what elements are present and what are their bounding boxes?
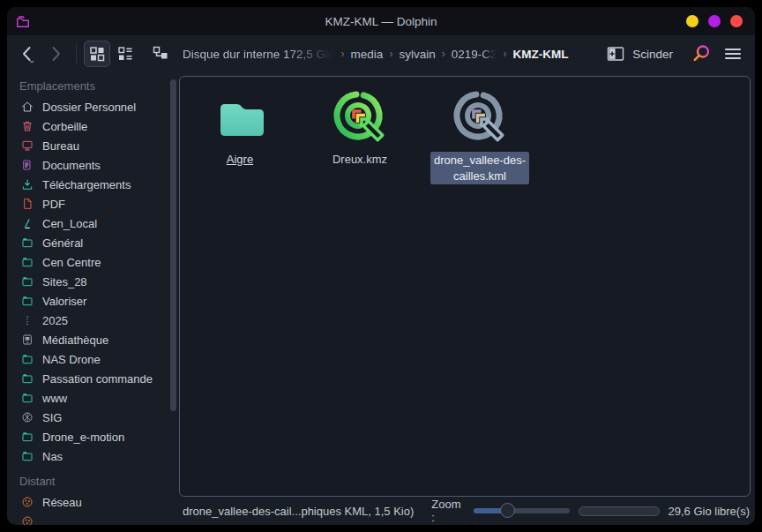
sidebar-item-g-n-ral[interactable]: Général (7, 233, 179, 252)
menu-button[interactable] (720, 41, 746, 67)
free-space-bar (579, 506, 659, 516)
sidebar-item-partial[interactable] (7, 512, 179, 525)
folder-icon (20, 449, 34, 463)
sidebar-item-label: www (42, 392, 67, 405)
sidebar-item-nas-drone[interactable]: NAS Drone (7, 349, 179, 369)
sidebar-item-label: NAS Drone (42, 353, 101, 366)
grid-view-icon (86, 43, 108, 64)
toolbar: Disque dur interne 172,5 Gio›media›sylva… (7, 35, 755, 72)
breadcrumb: Disque dur interne 172,5 Gio›media›sylva… (183, 48, 568, 61)
breadcrumb-separator: › (503, 48, 506, 60)
chevron-right-icon (44, 42, 67, 65)
globe-icon (20, 410, 34, 424)
details-view-button[interactable] (112, 41, 138, 67)
maximize-button[interactable] (708, 15, 721, 27)
sidebar-item-2025[interactable]: 2025 (7, 311, 179, 330)
breadcrumb-item[interactable]: sylvain (399, 48, 435, 61)
sidebar-item-label: Passation commande (42, 372, 153, 386)
download-icon (20, 177, 34, 191)
breadcrumb-item[interactable]: media (351, 48, 384, 61)
sidebar-item-label: Cen_Local (42, 217, 97, 230)
sidebar-item-label: Général (42, 236, 83, 250)
details-view-icon (115, 43, 136, 64)
breadcrumb-separator: › (341, 48, 345, 60)
zoom-slider-knob[interactable] (500, 503, 515, 518)
sidebar-scrollbar[interactable] (170, 79, 176, 411)
sidebar-item-label: Téléchargements (42, 178, 131, 191)
chevron-left-icon (16, 42, 39, 65)
folder-icon (20, 236, 34, 250)
folder-icon (212, 89, 268, 146)
breadcrumb-separator: › (389, 48, 392, 60)
titlebar: KMZ-KML — Dolphin (7, 7, 755, 35)
home-icon (20, 100, 34, 114)
sidebar-section-header: Emplacements (7, 76, 179, 97)
sidebar-item-drone-e-motion[interactable]: Drone_e-motion (7, 427, 179, 446)
network-icon (20, 514, 34, 525)
file-item-dreux-kmz[interactable]: Dreux.kmz (310, 89, 409, 168)
split-view-button[interactable]: Scinder (597, 41, 681, 67)
sidebar-item-bureau[interactable]: Bureau (7, 136, 179, 155)
kml-file-icon (452, 89, 508, 146)
file-label: Aigre (227, 152, 253, 168)
folder-icon (20, 274, 34, 288)
sidebar-item-label: Sites_28 (42, 275, 87, 288)
breadcrumb-item[interactable]: 0219-C3 (452, 48, 497, 61)
sidebar-item-cen-local[interactable]: Cen_Local (7, 214, 179, 233)
search-button[interactable] (688, 41, 714, 67)
sidebar-item-documents[interactable]: Documents (7, 155, 179, 175)
sidebar-item-m-diath-que[interactable]: Médiathèque (7, 330, 179, 349)
sidebar-item-dossier-personnel[interactable]: Dossier Personnel (7, 97, 179, 116)
file-label: Dreux.kmz (332, 152, 387, 168)
close-button[interactable] (730, 15, 743, 27)
statusbar: drone_vallee-des-cail...phiques KML, 1,5… (179, 497, 755, 525)
hamburger-icon (722, 43, 743, 64)
split-view-label: Scinder (632, 48, 673, 61)
folder-icon (20, 430, 34, 444)
breadcrumb-item[interactable]: KMZ-KML (512, 48, 568, 61)
sidebar-section-header: Distant (7, 471, 179, 492)
file-item-aigre[interactable]: Aigre (190, 89, 289, 168)
sidebar-item-nas[interactable]: Nas (7, 446, 179, 466)
file-label: drone_vallee-des-cailles.kml (430, 152, 529, 184)
breadcrumb-item[interactable]: Disque dur interne 172,5 Gio (183, 48, 335, 61)
sidebar-item-label: Cen Centre (42, 256, 101, 269)
sidebar-item-t-l-chargements[interactable]: Téléchargements (7, 175, 179, 194)
pdf-icon (20, 197, 34, 211)
sidebar-item-pdf[interactable]: PDF (7, 194, 179, 214)
folder-view[interactable]: AigreDreux.kmzdrone_vallee-des-cailles.k… (179, 76, 751, 497)
folder-icon (20, 371, 34, 386)
sidebar-item-valoriser[interactable]: Valoriser (7, 291, 179, 311)
zoom-slider[interactable] (474, 503, 571, 519)
places-tree-button[interactable] (147, 41, 174, 67)
slash-icon (20, 216, 34, 230)
sidebar-item-corbeille[interactable]: Corbeille (7, 116, 179, 136)
sidebar-item-sig[interactable]: SIG (7, 408, 179, 427)
kmz-file-icon (332, 89, 388, 146)
sidebar-item-label: Corbeille (42, 120, 87, 133)
tree-icon (150, 43, 171, 64)
folder-icon (20, 255, 34, 269)
sidebar-item-label: SIG (42, 411, 62, 424)
sidebar-item-cen-centre[interactable]: Cen Centre (7, 252, 179, 272)
network-icon (20, 495, 34, 509)
sidebar-item-r-seau[interactable]: Réseau (7, 492, 179, 512)
sidebar-item-label: PDF (42, 198, 65, 211)
sidebar-item-sites-28[interactable]: Sites_28 (7, 272, 179, 291)
file-item-drone-vallee-des-cailles-kml[interactable]: drone_vallee-des-cailles.kml (430, 89, 529, 184)
icons-view-button[interactable] (84, 41, 110, 67)
free-space-label: 29,6 Gio libre(s) (669, 505, 750, 518)
app-folder-icon (14, 12, 32, 30)
sidebar-item-label: Documents (42, 159, 101, 172)
sidebar-item-label: Dossier Personnel (42, 101, 136, 114)
sidebar-item-label: Valoriser (42, 295, 86, 308)
content: EmplacementsDossier PersonnelCorbeilleBu… (7, 72, 755, 525)
sidebar-item-passation-commande[interactable]: Passation commande (7, 369, 179, 388)
window-controls (686, 15, 743, 27)
forward-button[interactable] (42, 41, 69, 67)
dolphin-window: KMZ-KML — Dolphin Disque dur interne 172… (7, 7, 755, 525)
sidebar-item-www[interactable]: www (7, 388, 179, 408)
back-button[interactable] (14, 41, 41, 67)
minimize-button[interactable] (686, 15, 698, 27)
toolbar-separator (76, 44, 77, 64)
